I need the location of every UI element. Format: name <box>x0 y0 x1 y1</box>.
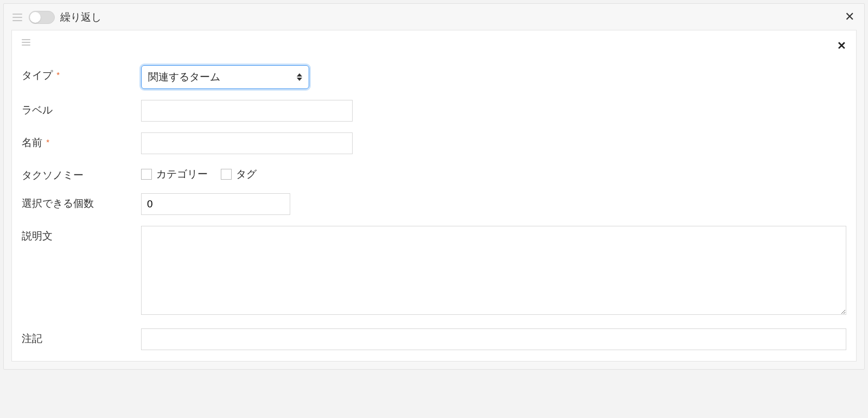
field-card: ✕ タイプ * 関連するターム ラベル <box>11 30 857 362</box>
taxonomy-checkbox-group: カテゴリー タグ <box>141 165 846 181</box>
drag-handle-icon[interactable] <box>12 14 22 21</box>
required-mark: * <box>46 137 49 147</box>
select-arrows-icon <box>297 73 302 81</box>
row-type: タイプ * 関連するターム <box>22 65 846 89</box>
label-taxonomy: タクソノミー <box>22 165 141 182</box>
checkbox-box-icon <box>221 169 232 180</box>
checkbox-box-icon <box>141 169 152 180</box>
checkbox-category[interactable]: カテゴリー <box>141 167 208 181</box>
close-icon[interactable]: ✕ <box>845 11 854 23</box>
label-input[interactable] <box>141 100 353 122</box>
name-input[interactable] <box>141 132 353 154</box>
label-note: 注記 <box>22 328 141 346</box>
group-header: 繰り返し ✕ <box>4 4 864 30</box>
label-label: ラベル <box>22 100 141 117</box>
field-card-header: ✕ <box>22 39 846 54</box>
checkbox-category-label: カテゴリー <box>156 167 208 181</box>
label-description: 説明文 <box>22 226 141 243</box>
note-input[interactable] <box>141 328 846 350</box>
checkbox-tag[interactable]: タグ <box>221 167 257 181</box>
selectable-count-input[interactable] <box>141 193 290 215</box>
label-type: タイプ * <box>22 65 141 83</box>
row-selectable-count: 選択できる個数 <box>22 193 846 215</box>
description-textarea[interactable] <box>141 226 846 315</box>
toggle-knob <box>30 12 41 23</box>
label-name: 名前 * <box>22 132 141 150</box>
close-icon[interactable]: ✕ <box>837 39 846 52</box>
row-label: ラベル <box>22 100 846 122</box>
label-selectable-count: 選択できる個数 <box>22 193 141 211</box>
required-mark: * <box>56 70 60 79</box>
type-select-value: 関連するターム <box>148 70 220 84</box>
repeater-group: 繰り返し ✕ ✕ タイプ * 関連するターム <box>3 3 865 370</box>
type-select[interactable]: 関連するターム <box>141 65 309 89</box>
row-description: 説明文 <box>22 226 846 318</box>
row-note: 注記 <box>22 328 846 350</box>
checkbox-tag-label: タグ <box>236 167 257 181</box>
row-name: 名前 * <box>22 132 846 154</box>
repeat-toggle-label: 繰り返し <box>60 10 101 24</box>
repeat-toggle[interactable] <box>29 11 55 24</box>
row-taxonomy: タクソノミー カテゴリー タグ <box>22 165 846 182</box>
drag-handle-icon[interactable] <box>22 39 30 46</box>
